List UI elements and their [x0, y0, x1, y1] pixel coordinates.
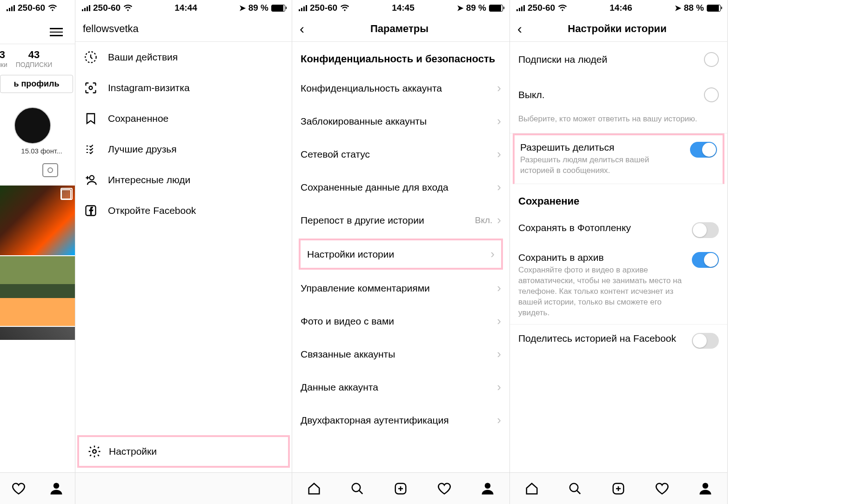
search-tab-icon[interactable] [568, 481, 583, 496]
back-button[interactable]: ‹ [300, 21, 304, 37]
bookmark-icon [84, 112, 98, 126]
wifi-icon [123, 3, 133, 13]
wifi-icon [558, 3, 567, 13]
svg-point-5 [93, 450, 96, 453]
search-tab-icon[interactable] [350, 481, 365, 496]
signal-icon [82, 5, 90, 11]
story-highlight[interactable] [14, 107, 51, 144]
status-time: 14:44 [174, 3, 197, 13]
side-menu-screen: 250-60 14:44 ➤ 89 % fellowsvetka Ваши де… [75, 0, 292, 504]
home-tab-icon[interactable] [524, 481, 539, 496]
share-to-facebook-row[interactable]: Поделитесь историей на Facebook [510, 325, 727, 354]
settings-screen: 250-60 14:45 ➤ 89 % ‹ Параметры Конфиден… [292, 0, 510, 504]
profile-tab-icon[interactable] [480, 481, 495, 496]
radio-icon [704, 87, 719, 102]
profile-screen-partial: 250-60 3ики 43ПОДПИСКИ ь профиль 15.03 ф… [0, 0, 75, 504]
nav-header: ‹ Параметры [292, 16, 509, 42]
status-bar: 250-60 [0, 0, 75, 16]
chevron-right-icon: › [497, 81, 501, 95]
location-icon: ➤ [457, 3, 463, 13]
post-thumbnail[interactable] [0, 186, 75, 256]
chevron-right-icon: › [497, 147, 501, 161]
status-time: 14:45 [392, 3, 415, 13]
svg-point-8 [485, 483, 491, 489]
post-thumbnail[interactable] [0, 327, 75, 341]
battery-icon [489, 5, 503, 12]
menu-item-discover-people[interactable]: Интересные люди [75, 165, 292, 195]
menu-item-close-friends[interactable]: Лучшие друзья [75, 134, 292, 165]
location-icon: ➤ [239, 3, 246, 13]
tab-bar [292, 472, 509, 504]
setting-row-linked-accounts[interactable]: Связанные аккаунты› [292, 338, 509, 371]
activity-icon [84, 50, 98, 64]
menu-item-nametag[interactable]: Instagram-визитка [75, 73, 292, 103]
chevron-right-icon: › [497, 213, 501, 227]
section-header: Конфиденциальность и безопасность [292, 42, 509, 72]
chevron-right-icon: › [497, 380, 501, 394]
section-header-saving: Сохранение [510, 184, 727, 214]
settings-button[interactable]: Настройки [77, 435, 290, 468]
svg-point-6 [352, 483, 361, 491]
setting-row-2fa[interactable]: Двухфакторная аутентификация› [292, 404, 509, 437]
add-tab-icon[interactable] [393, 481, 408, 496]
setting-row-privacy[interactable]: Конфиденциальность аккаунта› [292, 72, 509, 105]
chevron-right-icon: › [497, 413, 501, 427]
add-tab-icon[interactable] [611, 481, 626, 496]
save-camera-toggle[interactable] [692, 222, 719, 238]
chevron-right-icon: › [497, 314, 501, 328]
status-bar: 250-60 14:46 ➤ 88 % [510, 0, 727, 16]
menu-item-saved[interactable]: Сохраненное [75, 103, 292, 134]
menu-item-facebook[interactable]: Откройте Facebook [75, 195, 292, 226]
status-bar: 250-60 14:44 ➤ 89 % [75, 0, 292, 16]
setting-row-blocked[interactable]: Заблокированные аккаунты› [292, 105, 509, 138]
setting-row-reshare[interactable]: Перепост в другие историиВкл.› [292, 204, 509, 237]
setting-row-activity-status[interactable]: Сетевой статус› [292, 138, 509, 171]
activity-tab-icon[interactable] [11, 481, 26, 496]
share-fb-toggle[interactable] [692, 333, 719, 349]
chevron-right-icon: › [490, 247, 495, 261]
gear-icon [87, 444, 101, 458]
chevron-right-icon: › [497, 281, 501, 295]
menu-item-activity[interactable]: Ваши действия [75, 42, 292, 73]
setting-row-saved-login[interactable]: Сохраненные данные для входа› [292, 171, 509, 204]
radio-row-off[interactable]: Выкл. [510, 77, 727, 113]
wifi-icon [48, 3, 57, 13]
post-thumbnail[interactable] [0, 256, 75, 327]
setting-row-story-settings[interactable]: Настройки истории› [299, 239, 503, 270]
setting-row-account-data[interactable]: Данные аккаунта› [292, 371, 509, 404]
edit-profile-button[interactable]: ь профиль [0, 75, 73, 93]
facebook-icon [84, 204, 98, 218]
signal-icon [299, 5, 307, 11]
hamburger-icon[interactable] [42, 20, 70, 44]
activity-tab-icon[interactable] [437, 481, 452, 496]
svg-point-3 [90, 176, 94, 180]
setting-row-photos-of-you[interactable]: Фото и видео с вами› [292, 305, 509, 338]
radio-row-followers[interactable]: Подписки на людей [510, 42, 727, 77]
page-title: Настройки истории [531, 23, 703, 35]
save-archive-toggle[interactable] [692, 252, 719, 268]
tagged-tab-icon[interactable] [42, 163, 58, 177]
nav-header: fellowsvetka [75, 16, 292, 42]
hint-text: Выберите, кто может ответить на вашу ист… [510, 113, 727, 133]
wifi-icon [340, 3, 349, 13]
username-label: fellowsvetka [83, 23, 139, 35]
add-person-icon [84, 173, 98, 187]
profile-tab-icon[interactable] [49, 481, 64, 496]
back-button[interactable]: ‹ [517, 21, 522, 37]
tab-bar [0, 472, 75, 504]
save-to-camera-roll-row[interactable]: Сохранять в Фотопленку [510, 214, 727, 244]
home-tab-icon[interactable] [307, 481, 322, 496]
svg-point-2 [89, 86, 93, 90]
signal-icon [7, 5, 15, 11]
story-settings-screen: 250-60 14:46 ➤ 88 % ‹ Настройки истории … [510, 0, 728, 504]
allow-sharing-toggle[interactable] [690, 142, 717, 158]
setting-row-comments[interactable]: Управление комментариями› [292, 272, 509, 305]
highlight-label: 15.03 фонт... [8, 147, 75, 155]
save-to-archive-row[interactable]: Сохранить в архив Сохраняйте фото и виде… [510, 244, 727, 325]
profile-tab-icon[interactable] [698, 481, 713, 496]
activity-tab-icon[interactable] [655, 481, 670, 496]
right-edge-partial [728, 0, 844, 504]
chevron-right-icon: › [497, 347, 501, 361]
nav-header: ‹ Настройки истории [510, 16, 727, 42]
allow-sharing-row[interactable]: Разрешить делиться Разрешить людям делит… [513, 133, 724, 184]
